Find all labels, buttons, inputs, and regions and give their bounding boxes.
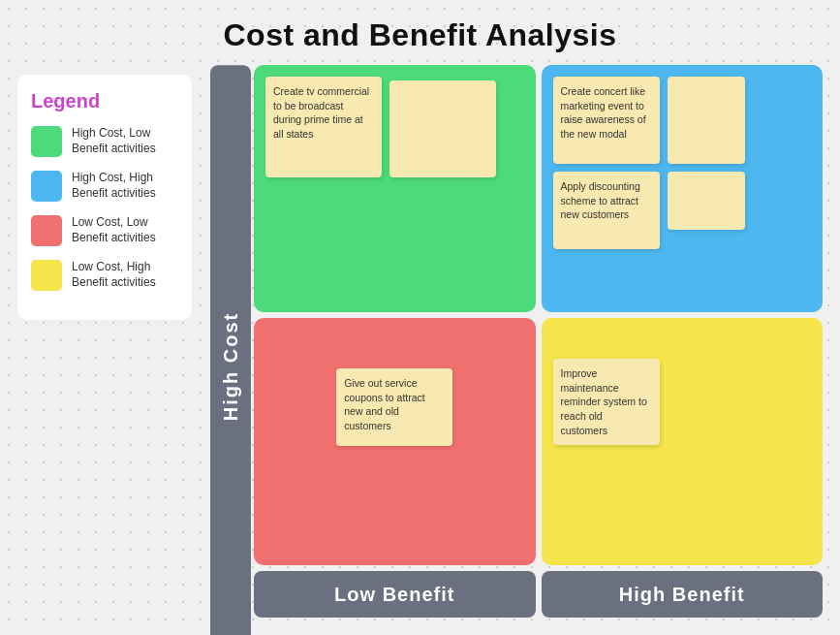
legend-label-2: High Cost, High Benefit activities xyxy=(72,171,178,201)
x-label-high-benefit: High Benefit xyxy=(542,571,824,618)
y-label-high-cost: High Cost xyxy=(207,65,254,635)
y-axis-labels: High Cost Low Cost xyxy=(207,65,254,571)
sticky-note-tr-1[interactable]: Create concert like marketing event to r… xyxy=(553,77,660,164)
legend-swatch-green xyxy=(31,126,62,157)
sticky-note-bl-1[interactable]: Give out service coupons to attract new … xyxy=(336,368,452,446)
legend-item-3: Low Cost, Low Benefit activities xyxy=(31,215,178,246)
grid-and-labels: Create tv commercial to be broadcast dur… xyxy=(254,65,823,618)
sticky-note-tl-blank[interactable] xyxy=(389,80,496,177)
matrix-area: High Cost Low Cost Create tv commercial … xyxy=(207,65,823,618)
legend-item-2: High Cost, High Benefit activities xyxy=(31,171,178,202)
legend-item-1: High Cost, Low Benefit activities xyxy=(31,126,178,157)
x-axis-labels: Low Benefit High Benefit xyxy=(254,571,823,618)
legend-swatch-red xyxy=(31,215,62,246)
bottom-row: Give out service coupons to attract new … xyxy=(254,318,823,565)
sticky-note-tr-blank1[interactable] xyxy=(668,77,745,164)
legend-label-1: High Cost, Low Benefit activities xyxy=(72,126,178,156)
grid-rows: Create tv commercial to be broadcast dur… xyxy=(254,65,823,565)
legend-swatch-yellow xyxy=(31,260,62,291)
sticky-note-br-1[interactable]: Improve maintenance reminder system to r… xyxy=(553,359,660,445)
legend-swatch-blue xyxy=(31,171,62,202)
sticky-note-tl-1[interactable]: Create tv commercial to be broadcast dur… xyxy=(265,77,382,177)
top-row: Create tv commercial to be broadcast dur… xyxy=(254,65,823,312)
y-label-high-cost-text: High Cost xyxy=(210,65,251,635)
quadrant-bottom-left: Give out service coupons to attract new … xyxy=(254,318,536,565)
legend-title: Legend xyxy=(31,90,178,112)
legend-label-4: Low Cost, High Benefit activities xyxy=(72,260,178,290)
sticky-note-tr-blank2[interactable] xyxy=(668,172,745,230)
legend-item-4: Low Cost, High Benefit activities xyxy=(31,260,178,291)
quadrant-top-left: Create tv commercial to be broadcast dur… xyxy=(254,65,536,312)
sticky-note-tr-2[interactable]: Apply discounting scheme to attract new … xyxy=(553,172,660,249)
x-label-low-benefit: Low Benefit xyxy=(254,571,536,618)
legend-panel: Legend High Cost, Low Benefit activities… xyxy=(17,75,192,320)
legend-label-3: Low Cost, Low Benefit activities xyxy=(72,215,178,245)
main-layout: Legend High Cost, Low Benefit activities… xyxy=(0,65,840,618)
page-title: Cost and Benefit Analysis xyxy=(0,0,840,65)
quadrant-bottom-right: Improve maintenance reminder system to r… xyxy=(542,318,824,565)
quadrant-top-right: Create concert like marketing event to r… xyxy=(542,65,824,312)
